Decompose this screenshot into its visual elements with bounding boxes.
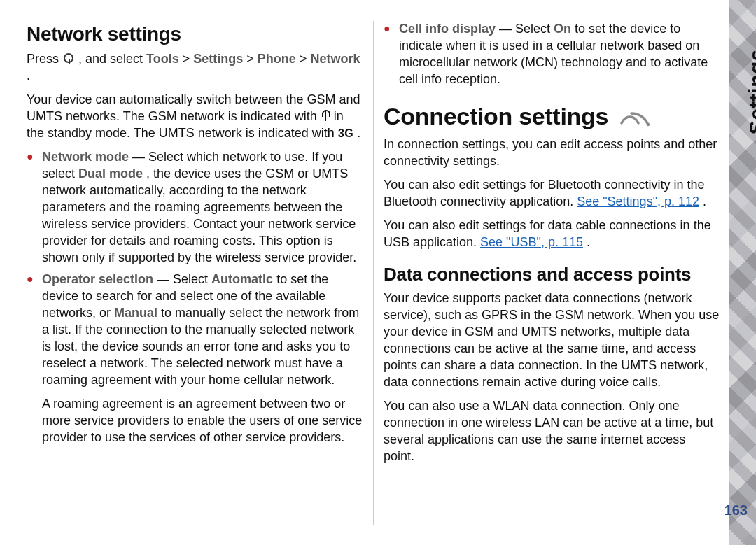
data-connections-paragraph-2: You can also use a WLAN data connection.… xyxy=(384,398,720,465)
page-number: 163 xyxy=(724,502,748,518)
nav-settings: Settings xyxy=(193,52,243,66)
nav-sep: > xyxy=(183,52,194,66)
value-automatic: Automatic xyxy=(211,272,273,286)
heading-text: Connection settings xyxy=(384,103,608,129)
side-decoration xyxy=(729,0,756,545)
nav-phone: Phone xyxy=(258,52,296,66)
link-settings-page[interactable]: See "Settings", p. 112 xyxy=(577,194,699,208)
page-content: Network settings Press , and select Tool… xyxy=(27,21,720,525)
heading-data-connections: Data connections and access points xyxy=(384,262,720,287)
three-g-icon: 3G xyxy=(338,127,354,139)
svg-point-0 xyxy=(647,123,650,126)
heading-network-settings: Network settings xyxy=(27,21,363,47)
nav-network: Network xyxy=(310,52,360,66)
text: Your device can automatically switch bet… xyxy=(27,92,360,123)
label: Network mode xyxy=(42,150,129,164)
list-item-operator-selection: Operator selection — Select Automatic to… xyxy=(42,271,363,446)
text: Press xyxy=(27,52,62,66)
connection-icon xyxy=(619,109,651,127)
label: Operator selection xyxy=(42,272,153,286)
roaming-agreement-note: A roaming agreement is an agreement betw… xyxy=(42,396,363,446)
text: , and select xyxy=(78,52,146,66)
text: , the device uses the GSM or UMTS networ… xyxy=(42,167,356,264)
value-manual: Manual xyxy=(114,306,158,320)
usb-paragraph: You can also edit settings for data cabl… xyxy=(384,218,720,251)
label: Cell info display xyxy=(399,22,496,36)
bluetooth-paragraph: You can also edit settings for Bluetooth… xyxy=(384,177,720,211)
nav-sep: > xyxy=(246,52,258,66)
section-tab-label: Settings xyxy=(745,49,756,134)
value-dual-mode: Dual mode xyxy=(78,167,143,181)
text: — Select xyxy=(157,272,211,286)
menu-key-icon xyxy=(62,52,75,64)
antenna-icon xyxy=(321,111,330,121)
text: . xyxy=(587,235,590,249)
text: . xyxy=(357,126,360,140)
nav-sep: > xyxy=(300,52,311,66)
nav-path-paragraph: Press , and select Tools > Settings > Ph… xyxy=(27,51,363,85)
text: . xyxy=(27,69,30,83)
heading-connection-settings: Connection settings xyxy=(384,101,720,132)
text: . xyxy=(703,194,706,208)
list-item-network-mode: Network mode — Select which network to u… xyxy=(42,149,363,267)
value-on: On xyxy=(554,22,571,36)
connection-intro: In connection settings, you can edit acc… xyxy=(384,136,720,170)
link-usb-page[interactable]: See "USB", p. 115 xyxy=(480,235,583,249)
list-item-cell-info: Cell info display — Select On to set the… xyxy=(399,21,720,88)
text: — Select xyxy=(499,22,554,36)
data-connections-paragraph-1: Your device supports packet data connect… xyxy=(384,290,720,391)
nav-tools: Tools xyxy=(146,52,179,66)
auto-switch-paragraph: Your device can automatically switch bet… xyxy=(27,92,363,142)
manual-page: Settings 163 Network settings Press , an… xyxy=(0,0,756,545)
